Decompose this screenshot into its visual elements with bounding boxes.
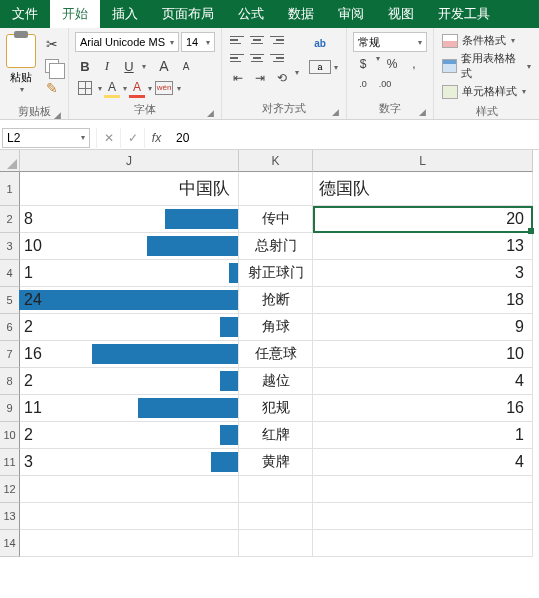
cell[interactable]: 16 xyxy=(313,395,533,422)
paste-icon[interactable] xyxy=(6,34,36,68)
select-all-corner[interactable] xyxy=(0,150,20,172)
cell[interactable] xyxy=(239,172,313,206)
conditional-formatting-button[interactable]: 条件格式▾ xyxy=(442,32,531,49)
percent-button[interactable]: % xyxy=(382,54,402,74)
cell[interactable]: 任意球 xyxy=(239,341,313,368)
italic-button[interactable]: I xyxy=(97,56,117,76)
currency-button[interactable]: $ xyxy=(353,54,373,74)
cell[interactable] xyxy=(239,503,313,530)
cancel-formula-icon[interactable]: ✕ xyxy=(96,128,120,148)
cell[interactable]: 24 xyxy=(20,287,239,314)
wrap-text-icon[interactable]: ab xyxy=(309,34,331,52)
align-top-left[interactable] xyxy=(228,32,246,48)
underline-button[interactable]: U xyxy=(119,56,139,76)
row-header[interactable]: 6 xyxy=(0,314,20,341)
cell[interactable] xyxy=(239,476,313,503)
row-header[interactable]: 2 xyxy=(0,206,20,233)
chevron-down-icon[interactable]: ▾ xyxy=(142,62,146,71)
cell[interactable]: 10 xyxy=(20,233,239,260)
cell[interactable] xyxy=(239,530,313,557)
fill-color-button[interactable]: A xyxy=(104,78,120,98)
row-header[interactable]: 3 xyxy=(0,233,20,260)
align-right[interactable] xyxy=(268,50,286,66)
cell[interactable]: 抢断 xyxy=(239,287,313,314)
cell[interactable]: 1 xyxy=(20,260,239,287)
cell[interactable] xyxy=(313,503,533,530)
row-header[interactable]: 7 xyxy=(0,341,20,368)
cell[interactable]: 3 xyxy=(313,260,533,287)
col-header-J[interactable]: J xyxy=(20,150,239,172)
cell[interactable]: 犯规 xyxy=(239,395,313,422)
tab-file[interactable]: 文件 xyxy=(0,0,50,28)
format-as-table-button[interactable]: 套用表格格式▾ xyxy=(442,50,531,82)
chevron-down-icon[interactable]: ▾ xyxy=(177,84,181,93)
cell[interactable]: 10 xyxy=(313,341,533,368)
increase-indent-icon[interactable]: ⇥ xyxy=(250,68,270,88)
align-left[interactable] xyxy=(228,50,246,66)
chevron-down-icon[interactable]: ▾ xyxy=(334,63,338,72)
comma-button[interactable]: , xyxy=(404,54,424,74)
cell[interactable]: 9 xyxy=(313,314,533,341)
number-format-select[interactable]: 常规▾ xyxy=(353,32,427,52)
cell[interactable]: 1 xyxy=(313,422,533,449)
tab-review[interactable]: 审阅 xyxy=(326,0,376,28)
row-header[interactable]: 10 xyxy=(0,422,20,449)
decrease-decimal-button[interactable]: .00 xyxy=(375,74,395,94)
cell[interactable] xyxy=(20,503,239,530)
cell[interactable]: 传中 xyxy=(239,206,313,233)
align-top-right[interactable] xyxy=(268,32,286,48)
cell[interactable]: 德国队 xyxy=(313,172,533,206)
bold-button[interactable]: B xyxy=(75,56,95,76)
chevron-down-icon[interactable]: ▾ xyxy=(148,84,152,93)
font-size-select[interactable]: 14▾ xyxy=(181,32,215,52)
row-header[interactable]: 14 xyxy=(0,530,20,557)
decrease-indent-icon[interactable]: ⇤ xyxy=(228,68,248,88)
phonetic-button[interactable]: wén xyxy=(154,78,174,98)
cell[interactable]: 2 xyxy=(20,368,239,395)
col-header-K[interactable]: K xyxy=(239,150,313,172)
cell[interactable]: 18 xyxy=(313,287,533,314)
align-center[interactable] xyxy=(248,50,266,66)
row-header[interactable]: 1 xyxy=(0,172,20,206)
chevron-down-icon[interactable]: ▾ xyxy=(376,54,380,74)
cell[interactable]: 射正球门 xyxy=(239,260,313,287)
cell[interactable]: 总射门 xyxy=(239,233,313,260)
cell[interactable] xyxy=(313,530,533,557)
align-top-center[interactable] xyxy=(248,32,266,48)
cell[interactable]: 2 xyxy=(20,422,239,449)
font-color-button[interactable]: A xyxy=(129,78,145,98)
cell[interactable]: 8 xyxy=(20,206,239,233)
cell-styles-button[interactable]: 单元格样式▾ xyxy=(442,83,531,100)
tab-page-layout[interactable]: 页面布局 xyxy=(150,0,226,28)
cell[interactable]: 20 xyxy=(313,206,533,233)
chevron-down-icon[interactable]: ▾ xyxy=(98,84,102,93)
row-header[interactable]: 4 xyxy=(0,260,20,287)
chevron-down-icon[interactable]: ▾ xyxy=(295,68,299,88)
increase-decimal-button[interactable]: .0 xyxy=(353,74,373,94)
cell[interactable]: 2 xyxy=(20,314,239,341)
cell[interactable] xyxy=(313,476,533,503)
cells-area[interactable]: 中国队德国队8传中2010总射门131射正球门324抢断182角球916任意球1… xyxy=(20,172,533,557)
border-button[interactable] xyxy=(75,78,95,98)
orientation-icon[interactable]: ⟲ xyxy=(272,68,292,88)
cell[interactable]: 越位 xyxy=(239,368,313,395)
dialog-launcher-icon[interactable]: ◢ xyxy=(417,107,427,117)
cell[interactable]: 黄牌 xyxy=(239,449,313,476)
row-header[interactable]: 11 xyxy=(0,449,20,476)
cell[interactable]: 3 xyxy=(20,449,239,476)
cell[interactable] xyxy=(20,530,239,557)
row-header[interactable]: 5 xyxy=(0,287,20,314)
tab-insert[interactable]: 插入 xyxy=(100,0,150,28)
row-header[interactable]: 9 xyxy=(0,395,20,422)
dialog-launcher-icon[interactable]: ◢ xyxy=(330,107,340,117)
merge-cells-icon[interactable]: a xyxy=(309,60,331,74)
fx-button[interactable]: fx xyxy=(144,128,168,148)
cell[interactable]: 中国队 xyxy=(20,172,239,206)
dialog-launcher-icon[interactable]: ◢ xyxy=(52,110,62,120)
cell[interactable]: 16 xyxy=(20,341,239,368)
enter-formula-icon[interactable]: ✓ xyxy=(120,128,144,148)
paste-button[interactable]: 粘贴 xyxy=(10,70,32,85)
name-box[interactable]: L2▾ xyxy=(2,128,90,148)
chevron-down-icon[interactable]: ▾ xyxy=(20,85,24,94)
col-header-L[interactable]: L xyxy=(313,150,533,172)
